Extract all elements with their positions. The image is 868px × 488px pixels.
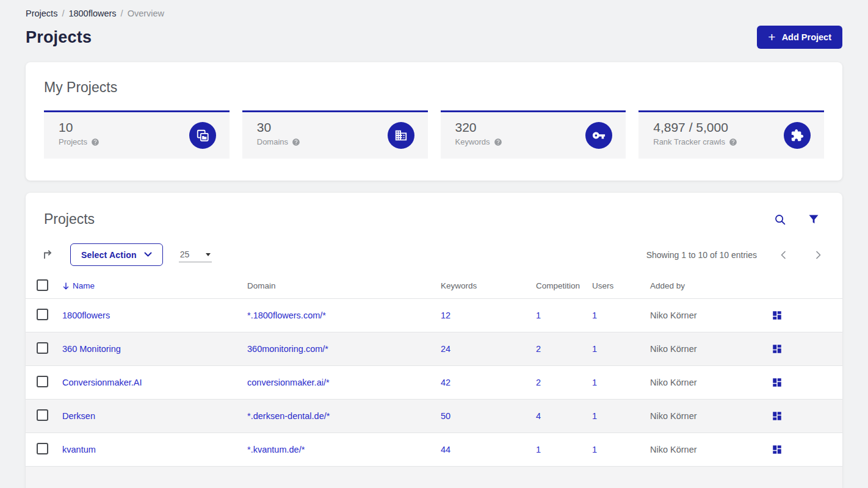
table-header-row: Name Domain Keywords Competition Users A… bbox=[26, 273, 842, 299]
plus-icon: + bbox=[768, 30, 775, 43]
project-domain-link[interactable]: *.derksen-dental.de/* bbox=[247, 411, 330, 421]
table-row: 1800flowers *.1800flowers.com/* 12 1 1 N… bbox=[26, 299, 842, 332]
select-action-dropdown[interactable]: Select Action bbox=[70, 243, 163, 266]
filter-button[interactable] bbox=[807, 213, 820, 226]
help-icon[interactable] bbox=[292, 138, 300, 146]
row-checkbox[interactable] bbox=[37, 342, 48, 354]
projects-table-title: Projects bbox=[44, 211, 95, 228]
column-header-keywords[interactable]: Keywords bbox=[441, 281, 536, 290]
stat-label: Keywords bbox=[455, 137, 490, 146]
competition-count-link[interactable]: 2 bbox=[536, 344, 541, 354]
keywords-count-link[interactable]: 44 bbox=[441, 445, 450, 454]
project-name-link[interactable]: Conversionmaker.AI bbox=[62, 378, 142, 387]
projects-page: Projects / 1800flowers / Overview Projec… bbox=[0, 9, 868, 488]
export-button[interactable] bbox=[40, 247, 56, 262]
competition-count-link[interactable]: 1 bbox=[536, 445, 541, 454]
project-name-link[interactable]: 360 Monitoring bbox=[62, 344, 121, 354]
export-arrow-icon bbox=[42, 248, 54, 261]
breadcrumb-projects[interactable]: Projects bbox=[26, 9, 57, 18]
users-count-link[interactable]: 1 bbox=[592, 344, 597, 354]
help-icon[interactable] bbox=[494, 138, 502, 146]
table-row: Conversionmaker.AI conversionmaker.ai/* … bbox=[26, 366, 842, 400]
project-dashboard-button[interactable] bbox=[770, 376, 784, 389]
project-dashboard-button[interactable] bbox=[770, 309, 784, 322]
column-header-users[interactable]: Users bbox=[592, 281, 650, 290]
add-project-button[interactable]: + Add Project bbox=[757, 26, 842, 49]
table-row: Derksen *.derksen-dental.de/* 50 4 1 Nik… bbox=[26, 400, 842, 433]
dashboard-icon bbox=[772, 310, 783, 321]
chevron-left-icon bbox=[779, 250, 789, 260]
row-checkbox[interactable] bbox=[37, 309, 48, 320]
keywords-count-link[interactable]: 50 bbox=[441, 411, 450, 421]
puzzle-icon bbox=[784, 122, 811, 149]
competition-count-link[interactable]: 4 bbox=[536, 411, 541, 421]
dashboard-icon bbox=[772, 444, 783, 455]
project-domain-link[interactable]: *.kvantum.de/* bbox=[247, 445, 305, 454]
users-count-link[interactable]: 1 bbox=[592, 411, 597, 421]
table-row: kvantum *.kvantum.de/* 44 1 1 Niko Körne… bbox=[26, 433, 842, 467]
page-title: Projects bbox=[26, 28, 92, 47]
column-header-added-by[interactable]: Added by bbox=[650, 281, 770, 290]
project-dashboard-button[interactable] bbox=[770, 342, 784, 356]
keywords-count-link[interactable]: 12 bbox=[441, 310, 450, 320]
column-header-name[interactable]: Name bbox=[62, 281, 247, 290]
help-icon[interactable] bbox=[729, 138, 737, 146]
table-row: 360 Monitoring 360monitoring.com/* 24 2 … bbox=[26, 332, 842, 366]
select-action-label: Select Action bbox=[81, 250, 137, 260]
users-count-link[interactable]: 1 bbox=[592, 310, 597, 320]
project-dashboard-button[interactable] bbox=[770, 443, 784, 456]
dashboard-icon bbox=[772, 343, 783, 354]
add-project-label: Add Project bbox=[782, 32, 831, 42]
added-by-text: Niko Körner bbox=[650, 445, 770, 454]
project-name-link[interactable]: Derksen bbox=[62, 411, 95, 421]
dashboard-icon bbox=[772, 411, 783, 422]
keywords-count-link[interactable]: 42 bbox=[441, 378, 450, 387]
competition-count-link[interactable]: 2 bbox=[536, 378, 541, 387]
column-header-competition[interactable]: Competition bbox=[536, 281, 592, 290]
stat-tile: 30 Domains bbox=[242, 110, 428, 159]
project-domain-link[interactable]: 360monitoring.com/* bbox=[247, 344, 328, 354]
search-button[interactable] bbox=[773, 212, 787, 227]
row-checkbox[interactable] bbox=[37, 443, 48, 454]
stat-tile: 320 Keywords bbox=[441, 110, 626, 159]
table-body: 1800flowers *.1800flowers.com/* 12 1 1 N… bbox=[26, 299, 842, 467]
project-name-link[interactable]: 1800flowers bbox=[62, 310, 110, 320]
added-by-text: Niko Körner bbox=[650, 344, 770, 354]
keywords-count-link[interactable]: 24 bbox=[441, 344, 450, 354]
breadcrumb-separator: / bbox=[121, 9, 123, 18]
previous-page-button[interactable] bbox=[778, 249, 790, 261]
stat-tile: 10 Projects bbox=[44, 110, 230, 159]
help-icon[interactable] bbox=[91, 138, 99, 146]
breadcrumb-1800flowers[interactable]: 1800flowers bbox=[68, 9, 116, 18]
projects-icon bbox=[189, 122, 216, 149]
added-by-text: Niko Körner bbox=[650, 411, 770, 421]
next-page-button[interactable] bbox=[812, 249, 824, 261]
competition-count-link[interactable]: 1 bbox=[536, 310, 541, 320]
page-header: Projects + Add Project bbox=[26, 24, 842, 50]
my-projects-card: My Projects 10 Projects 30 Domains 320 K… bbox=[26, 62, 842, 181]
dashboard-icon bbox=[772, 377, 783, 388]
table-row-partial bbox=[26, 467, 842, 488]
table-toolbar: Select Action 25 Showing 1 to 10 of 10 e… bbox=[26, 243, 842, 266]
row-checkbox[interactable] bbox=[37, 409, 48, 421]
project-domain-link[interactable]: *.1800flowers.com/* bbox=[247, 310, 326, 320]
chevron-down-icon bbox=[144, 252, 152, 257]
sort-descending-icon bbox=[62, 282, 70, 290]
breadcrumb-separator: / bbox=[62, 9, 64, 18]
stat-label: Projects bbox=[59, 137, 87, 146]
added-by-text: Niko Körner bbox=[650, 378, 770, 387]
chevron-right-icon bbox=[813, 250, 823, 260]
select-all-checkbox[interactable] bbox=[37, 279, 48, 291]
stat-label: Rank Tracker crawls bbox=[653, 137, 725, 146]
showing-entries-text: Showing 1 to 10 of 10 entries bbox=[646, 250, 757, 260]
added-by-text: Niko Körner bbox=[650, 310, 770, 320]
users-count-link[interactable]: 1 bbox=[592, 378, 597, 387]
project-domain-link[interactable]: conversionmaker.ai/* bbox=[247, 378, 330, 387]
users-count-link[interactable]: 1 bbox=[592, 445, 597, 454]
column-header-domain[interactable]: Domain bbox=[247, 281, 441, 290]
row-checkbox[interactable] bbox=[37, 376, 48, 387]
caret-down-icon bbox=[206, 253, 211, 256]
project-dashboard-button[interactable] bbox=[770, 409, 784, 423]
project-name-link[interactable]: kvantum bbox=[62, 445, 96, 454]
page-size-select[interactable]: 25 bbox=[179, 247, 212, 262]
